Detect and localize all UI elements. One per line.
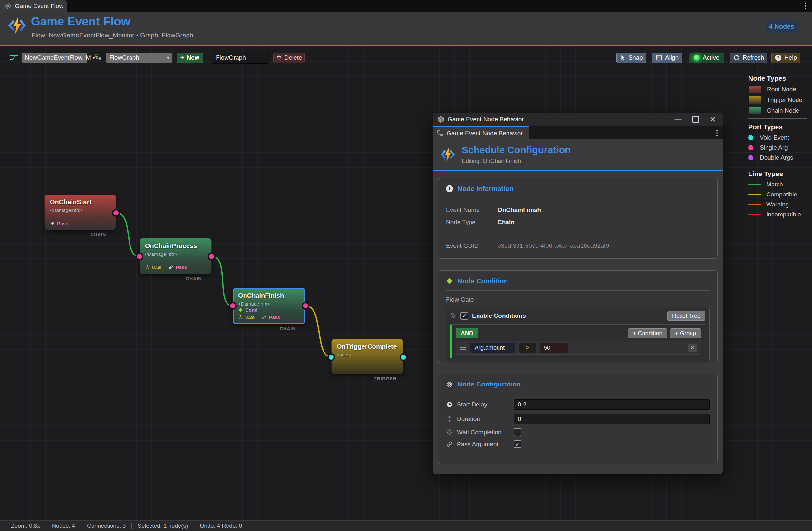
condition-operator-select[interactable]: >: [519, 343, 536, 353]
link-icon: [262, 315, 266, 320]
link-icon: [50, 221, 55, 226]
gear-icon: [446, 381, 453, 388]
port-output-onchainfinish[interactable]: [302, 302, 309, 310]
editor-tab-game-event-flow[interactable]: Game Event Flow: [0, 0, 67, 12]
modal-title: Schedule Configuration: [462, 144, 571, 155]
condition-value-input[interactable]: 50: [540, 343, 568, 353]
duration-row: Duration: [446, 414, 710, 424]
remove-condition-button[interactable]: ×: [688, 344, 697, 352]
port-output-ontriggercomplete[interactable]: [400, 353, 407, 361]
enable-conditions-row: ✓ Enable Conditions Reset Tree: [450, 311, 705, 321]
timer-icon: [238, 315, 243, 320]
cube-icon: [437, 116, 444, 123]
bolt-icon: [440, 146, 456, 163]
status-zoom: Zoom: 0.8x: [11, 522, 46, 529]
divider: [446, 290, 710, 291]
node-condition-card: Node Condition Flow Gate ✓ Enable Condit…: [438, 270, 717, 363]
modal-body: Schedule Configuration Editing: OnChainF…: [433, 139, 723, 474]
condition-panel: ✓ Enable Conditions Reset Tree AND + Con…: [446, 307, 710, 362]
node-onchainstart[interactable]: OnChainStart <DamageInfo> Pass: [44, 194, 116, 230]
node-onchainprocess[interactable]: OnChainProcess <DamageInfo> 0.5s: [140, 238, 212, 274]
timer-icon: [145, 265, 150, 270]
port-input-onchainprocess[interactable]: [136, 253, 143, 260]
port-input-ontriggercomplete[interactable]: [328, 353, 335, 361]
condition-row: Arg.amount > 50 ×: [456, 341, 701, 354]
delay-badge: 0.5s: [145, 265, 161, 270]
condition-badge: Cond: [238, 307, 258, 312]
page-header: Game Event Flow Flow: NewGameEventFlow_M…: [0, 12, 812, 46]
editor-tab-bar: Game Event Flow: [0, 0, 812, 12]
status-selected: Selected: 1 node(s): [132, 522, 194, 529]
node-condition-heading: Node Condition: [458, 277, 508, 285]
status-undo-redo: Undo: 4 Redo: 0: [194, 522, 248, 529]
editor-tab-label: Game Event Flow: [15, 3, 63, 10]
edge-match: [116, 213, 140, 256]
modal-tab-strip: Game Event Node Behavior: [433, 126, 723, 139]
condition-field-select[interactable]: Arg.amount: [470, 343, 515, 353]
node-onchainfinish-selected[interactable]: OnChainFinish <DamageInfo> Cond: [233, 288, 305, 324]
node-configuration-card: Node Configuration Start Delay: [438, 374, 717, 464]
app-window: Game Event Flow Game Event Flow Flow: Ne…: [0, 0, 812, 531]
spinner-icon: [446, 416, 457, 423]
start-delay-row: Start Delay: [446, 400, 710, 410]
node-type-row: Node Type Chain: [446, 216, 710, 228]
port-output-onchainstart[interactable]: [112, 209, 120, 217]
and-operator-button[interactable]: AND: [456, 328, 478, 338]
puzzle-icon: [238, 307, 243, 312]
divider: [446, 198, 710, 198]
start-delay-input[interactable]: [513, 400, 710, 410]
pass-badge: Pass: [50, 221, 68, 226]
maximize-icon[interactable]: [693, 116, 699, 123]
page-subtitle: Flow: NewGameEventFlow_Monitor • Graph: …: [32, 32, 193, 39]
node-information-heading: Node Information: [458, 185, 513, 193]
event-guid-value: b3edf391-507c-4f06-a4b7-aea18ea92af9: [497, 242, 609, 249]
modal-title-bar[interactable]: Game Event Node Behavior — ×: [433, 113, 723, 126]
window-menu-kebab-icon[interactable]: [805, 3, 806, 9]
node-type-label: TRIGGER: [374, 376, 397, 381]
pass-badge: Pass: [169, 265, 187, 270]
node-configuration-heading: Node Configuration: [458, 380, 521, 388]
port-output-onchainprocess[interactable]: [208, 253, 216, 260]
close-icon[interactable]: ×: [710, 114, 716, 124]
spinner-icon: [446, 429, 457, 436]
pass-badge: Pass: [262, 315, 280, 320]
event-name-row: Event Name OnChainFinish: [446, 204, 710, 216]
modal-tab-node-behavior[interactable]: Game Event Node Behavior: [433, 126, 530, 139]
edge-compatible: [305, 306, 331, 357]
hierarchy-icon: [437, 130, 444, 137]
clock-icon: [446, 401, 457, 408]
add-group-button[interactable]: + Group: [670, 329, 701, 338]
node-information-card: i Node Information Event Name OnChainFin…: [438, 178, 717, 259]
status-nodes: Nodes: 4: [46, 522, 81, 529]
node-type-label: CHAIN: [186, 276, 202, 281]
modal-window-title: Game Event Node Behavior: [448, 116, 524, 123]
enable-conditions-label: Enable Conditions: [472, 312, 526, 319]
enable-conditions-checkbox[interactable]: ✓: [461, 312, 468, 320]
node-behavior-window: Game Event Node Behavior — × Game Event …: [433, 113, 723, 474]
duration-input[interactable]: [513, 414, 710, 424]
flow-gate-label: Flow Gate: [446, 296, 710, 303]
port-input-onchainfinish[interactable]: [229, 302, 236, 310]
condition-group: AND + Condition + Group Arg.amount > 50 …: [450, 324, 705, 359]
minimize-icon[interactable]: —: [675, 116, 682, 123]
node-type-label: CHAIN: [280, 326, 295, 331]
node-count-badge: 4 Nodes: [766, 20, 797, 32]
reset-tree-button[interactable]: Reset Tree: [667, 311, 705, 321]
node-type-value: Chain: [497, 219, 514, 226]
pass-argument-row: Pass Argument ✓: [446, 441, 710, 448]
pass-argument-checkbox[interactable]: ✓: [513, 441, 521, 448]
modal-tab-label: Game Event Node Behavior: [447, 130, 523, 137]
event-name-value: OnChainFinish: [497, 207, 541, 213]
bolt-icon: [4, 2, 12, 10]
delay-badge: 0.2s: [238, 315, 255, 320]
drag-handle-icon[interactable]: [460, 346, 466, 350]
tab-menu-kebab-icon[interactable]: [716, 130, 717, 136]
link-icon: [169, 265, 173, 270]
wait-completion-checkbox[interactable]: [513, 429, 521, 436]
info-icon: i: [446, 185, 453, 192]
node-ontriggercomplete[interactable]: OnTriggerComplete <void>: [331, 339, 403, 374]
add-condition-button[interactable]: + Condition: [628, 329, 667, 338]
divider: [446, 234, 710, 234]
page-title: Game Event Flow: [31, 15, 130, 28]
tag-icon: [450, 312, 456, 319]
